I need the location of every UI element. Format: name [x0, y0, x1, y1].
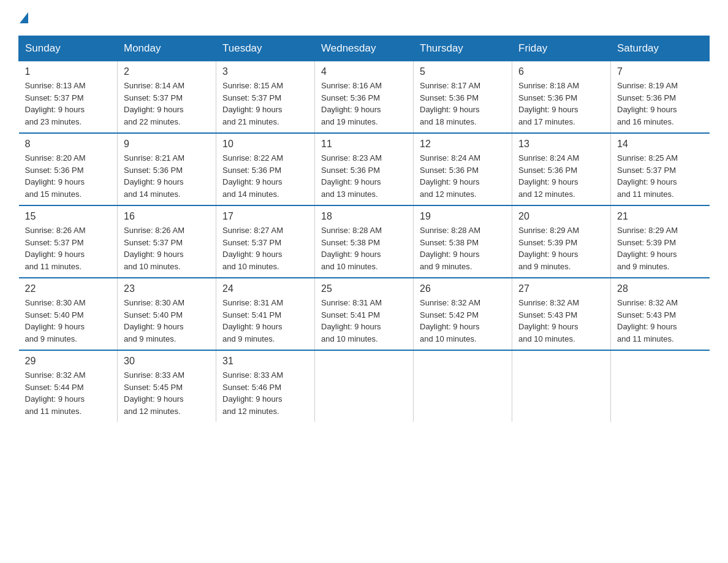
empty-cell-w4-d4	[414, 350, 512, 422]
day-info: Sunrise: 8:29 AMSunset: 5:39 PMDaylight:…	[518, 226, 579, 271]
logo-triangle-icon	[20, 12, 28, 23]
day-cell-14: 14 Sunrise: 8:25 AMSunset: 5:37 PMDaylig…	[611, 133, 710, 205]
calendar-table: SundayMondayTuesdayWednesdayThursdayFrid…	[18, 36, 710, 422]
day-info: Sunrise: 8:32 AMSunset: 5:43 PMDaylight:…	[518, 298, 579, 343]
day-info: Sunrise: 8:23 AMSunset: 5:36 PMDaylight:…	[321, 153, 382, 199]
day-cell-2: 2 Sunrise: 8:14 AMSunset: 5:37 PMDayligh…	[118, 61, 216, 134]
day-number: 15	[25, 211, 112, 222]
day-number: 17	[222, 211, 308, 222]
day-cell-6: 6 Sunrise: 8:18 AMSunset: 5:36 PMDayligh…	[512, 61, 611, 134]
header-thursday: Thursday	[414, 36, 512, 61]
day-number: 11	[321, 139, 407, 150]
day-info: Sunrise: 8:15 AMSunset: 5:37 PMDaylight:…	[222, 81, 283, 126]
day-info: Sunrise: 8:33 AMSunset: 5:45 PMDaylight:…	[124, 370, 184, 416]
day-number: 16	[124, 211, 210, 222]
day-info: Sunrise: 8:13 AMSunset: 5:37 PMDaylight:…	[25, 81, 86, 126]
day-cell-11: 11 Sunrise: 8:23 AMSunset: 5:36 PMDaylig…	[315, 133, 414, 205]
day-info: Sunrise: 8:26 AMSunset: 5:37 PMDaylight:…	[124, 226, 184, 271]
week-row-1: 1 Sunrise: 8:13 AMSunset: 5:37 PMDayligh…	[19, 61, 710, 134]
header-friday: Friday	[512, 36, 611, 61]
day-info: Sunrise: 8:31 AMSunset: 5:41 PMDaylight:…	[321, 298, 382, 343]
header-tuesday: Tuesday	[216, 36, 315, 61]
day-info: Sunrise: 8:32 AMSunset: 5:42 PMDaylight:…	[420, 298, 480, 343]
week-row-2: 8 Sunrise: 8:20 AMSunset: 5:36 PMDayligh…	[19, 133, 710, 205]
day-number: 4	[321, 66, 407, 77]
empty-cell-w4-d3	[315, 350, 414, 422]
day-number: 20	[518, 211, 604, 222]
day-info: Sunrise: 8:25 AMSunset: 5:37 PMDaylight:…	[617, 153, 678, 199]
day-number: 8	[25, 139, 112, 150]
empty-cell-w4-d6	[611, 350, 710, 422]
day-cell-27: 27 Sunrise: 8:32 AMSunset: 5:43 PMDaylig…	[512, 278, 611, 350]
day-number: 3	[222, 66, 308, 77]
day-info: Sunrise: 8:22 AMSunset: 5:36 PMDaylight:…	[222, 153, 283, 199]
day-number: 14	[617, 139, 703, 150]
day-info: Sunrise: 8:30 AMSunset: 5:40 PMDaylight:…	[124, 298, 184, 343]
day-info: Sunrise: 8:30 AMSunset: 5:40 PMDaylight:…	[25, 298, 86, 343]
logo	[18, 12, 29, 23]
day-cell-22: 22 Sunrise: 8:30 AMSunset: 5:40 PMDaylig…	[19, 278, 118, 350]
day-cell-30: 30 Sunrise: 8:33 AMSunset: 5:45 PMDaylig…	[118, 350, 216, 422]
day-cell-23: 23 Sunrise: 8:30 AMSunset: 5:40 PMDaylig…	[118, 278, 216, 350]
header-sunday: Sunday	[19, 36, 118, 61]
day-info: Sunrise: 8:17 AMSunset: 5:36 PMDaylight:…	[420, 81, 480, 126]
day-cell-13: 13 Sunrise: 8:24 AMSunset: 5:36 PMDaylig…	[512, 133, 611, 205]
day-info: Sunrise: 8:16 AMSunset: 5:36 PMDaylight:…	[321, 81, 382, 126]
day-cell-15: 15 Sunrise: 8:26 AMSunset: 5:37 PMDaylig…	[19, 205, 118, 278]
day-cell-5: 5 Sunrise: 8:17 AMSunset: 5:36 PMDayligh…	[414, 61, 512, 134]
day-number: 29	[25, 356, 112, 367]
page-header	[18, 12, 710, 23]
day-cell-21: 21 Sunrise: 8:29 AMSunset: 5:39 PMDaylig…	[611, 205, 710, 278]
day-number: 23	[124, 283, 210, 294]
day-info: Sunrise: 8:14 AMSunset: 5:37 PMDaylight:…	[124, 81, 184, 126]
empty-cell-w4-d5	[512, 350, 611, 422]
day-number: 13	[518, 139, 604, 150]
week-row-4: 22 Sunrise: 8:30 AMSunset: 5:40 PMDaylig…	[19, 278, 710, 350]
day-cell-31: 31 Sunrise: 8:33 AMSunset: 5:46 PMDaylig…	[216, 350, 315, 422]
header-saturday: Saturday	[611, 36, 710, 61]
day-cell-3: 3 Sunrise: 8:15 AMSunset: 5:37 PMDayligh…	[216, 61, 315, 134]
day-info: Sunrise: 8:27 AMSunset: 5:37 PMDaylight:…	[222, 226, 283, 271]
day-number: 24	[222, 283, 308, 294]
calendar-header-row: SundayMondayTuesdayWednesdayThursdayFrid…	[19, 36, 710, 61]
day-info: Sunrise: 8:33 AMSunset: 5:46 PMDaylight:…	[222, 370, 283, 416]
day-info: Sunrise: 8:28 AMSunset: 5:38 PMDaylight:…	[321, 226, 382, 271]
day-number: 21	[617, 211, 703, 222]
day-info: Sunrise: 8:31 AMSunset: 5:41 PMDaylight:…	[222, 298, 283, 343]
day-number: 31	[222, 356, 308, 367]
day-info: Sunrise: 8:32 AMSunset: 5:43 PMDaylight:…	[617, 298, 678, 343]
day-cell-24: 24 Sunrise: 8:31 AMSunset: 5:41 PMDaylig…	[216, 278, 315, 350]
day-info: Sunrise: 8:18 AMSunset: 5:36 PMDaylight:…	[518, 81, 579, 126]
day-number: 5	[420, 66, 506, 77]
day-info: Sunrise: 8:26 AMSunset: 5:37 PMDaylight:…	[25, 226, 86, 271]
day-cell-29: 29 Sunrise: 8:32 AMSunset: 5:44 PMDaylig…	[19, 350, 118, 422]
day-number: 12	[420, 139, 506, 150]
day-cell-10: 10 Sunrise: 8:22 AMSunset: 5:36 PMDaylig…	[216, 133, 315, 205]
day-number: 2	[124, 66, 210, 77]
day-number: 27	[518, 283, 604, 294]
day-info: Sunrise: 8:29 AMSunset: 5:39 PMDaylight:…	[617, 226, 678, 271]
day-info: Sunrise: 8:21 AMSunset: 5:36 PMDaylight:…	[124, 153, 184, 199]
day-number: 18	[321, 211, 407, 222]
day-number: 22	[25, 283, 112, 294]
day-number: 30	[124, 356, 210, 367]
week-row-5: 29 Sunrise: 8:32 AMSunset: 5:44 PMDaylig…	[19, 350, 710, 422]
day-info: Sunrise: 8:28 AMSunset: 5:38 PMDaylight:…	[420, 226, 480, 271]
day-info: Sunrise: 8:32 AMSunset: 5:44 PMDaylight:…	[25, 370, 86, 416]
day-cell-8: 8 Sunrise: 8:20 AMSunset: 5:36 PMDayligh…	[19, 133, 118, 205]
day-cell-7: 7 Sunrise: 8:19 AMSunset: 5:36 PMDayligh…	[611, 61, 710, 134]
day-number: 25	[321, 283, 407, 294]
day-number: 6	[518, 66, 604, 77]
day-cell-16: 16 Sunrise: 8:26 AMSunset: 5:37 PMDaylig…	[118, 205, 216, 278]
day-info: Sunrise: 8:24 AMSunset: 5:36 PMDaylight:…	[420, 153, 480, 199]
day-cell-18: 18 Sunrise: 8:28 AMSunset: 5:38 PMDaylig…	[315, 205, 414, 278]
day-cell-17: 17 Sunrise: 8:27 AMSunset: 5:37 PMDaylig…	[216, 205, 315, 278]
day-cell-25: 25 Sunrise: 8:31 AMSunset: 5:41 PMDaylig…	[315, 278, 414, 350]
day-cell-1: 1 Sunrise: 8:13 AMSunset: 5:37 PMDayligh…	[19, 61, 118, 134]
day-cell-12: 12 Sunrise: 8:24 AMSunset: 5:36 PMDaylig…	[414, 133, 512, 205]
day-cell-9: 9 Sunrise: 8:21 AMSunset: 5:36 PMDayligh…	[118, 133, 216, 205]
day-cell-26: 26 Sunrise: 8:32 AMSunset: 5:42 PMDaylig…	[414, 278, 512, 350]
day-number: 26	[420, 283, 506, 294]
day-number: 1	[25, 66, 112, 77]
day-number: 28	[617, 283, 703, 294]
